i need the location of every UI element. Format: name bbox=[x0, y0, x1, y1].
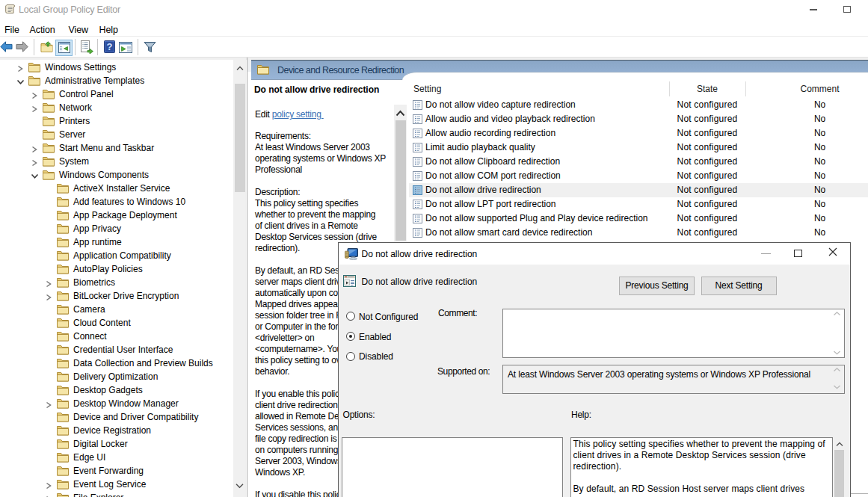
svg-text:?: ? bbox=[107, 41, 113, 52]
